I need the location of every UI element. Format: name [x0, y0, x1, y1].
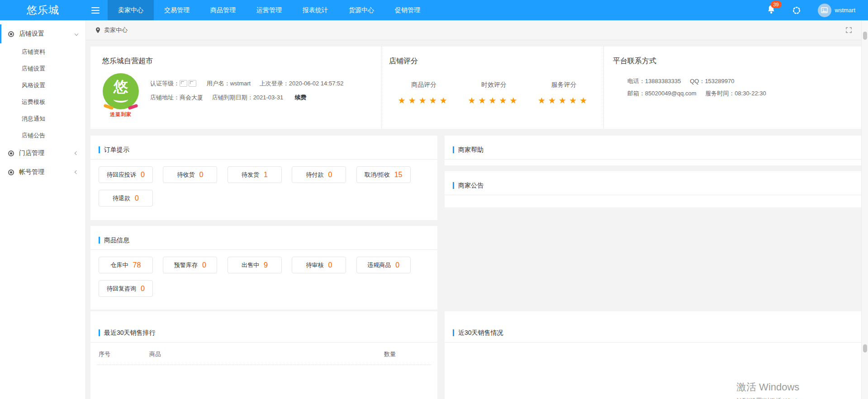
sidebar-group-account-management[interactable]: 帐号管理	[0, 163, 85, 182]
sidebar-item-message-notice[interactable]: 消息通知	[0, 110, 85, 127]
store-logo-character: 悠	[103, 77, 139, 97]
ribbon-icon	[103, 104, 114, 110]
menu-toggle-icon[interactable]	[91, 7, 100, 14]
rating-title: 店铺评分	[389, 56, 599, 66]
stat-pending-inquiries[interactable]: 待回复咨询0	[99, 280, 153, 297]
sidebar-item-shop-profile[interactable]: 店铺资料	[0, 43, 85, 60]
contact-hours: 服务时间：08:30-22:30	[705, 90, 766, 97]
fullscreen-toggle-icon[interactable]	[845, 27, 852, 33]
top-navigation: 卖家中心 交易管理 商品管理 运营管理 报表统计 货源中心 促销管理	[108, 0, 431, 20]
contact-line-1: 电话：13883383335 QQ：153289970	[627, 75, 862, 87]
nav-promotion-management[interactable]: 促销管理	[384, 0, 431, 20]
contact-phone: 电话：13883383335	[627, 78, 681, 84]
sidebar-group-label: 帐号管理	[19, 168, 44, 176]
vertical-scrollbar[interactable]	[861, 20, 868, 399]
divider	[445, 195, 862, 195]
notification-bell-icon[interactable]: 39	[767, 5, 775, 16]
stat-on-sale[interactable]: 出售中9	[228, 257, 282, 273]
contact-title: 平台联系方式	[613, 56, 862, 66]
sidebar-item-freight-template[interactable]: 运费模板	[0, 94, 85, 110]
chevron-left-icon	[75, 170, 78, 174]
stat-awaiting-shipment[interactable]: 待发货1	[228, 166, 282, 183]
breadcrumb-bar: 卖家中心	[86, 20, 861, 40]
last-login: 上次登录：2020-06-02 14:57:52	[260, 80, 344, 87]
contact-line-2: 邮箱：85020049@qq.com 服务时间：08:30-22:30	[627, 87, 862, 99]
notification-badge: 39	[771, 1, 782, 8]
brand-logo[interactable]: 悠乐城	[0, 3, 86, 17]
stat-awaiting-refund[interactable]: 待退款0	[99, 190, 153, 207]
dotted-divider	[97, 365, 431, 365]
nav-trade-management[interactable]: 交易管理	[154, 0, 200, 20]
panel-title: 商品信息	[99, 237, 129, 244]
stat-pending-complaints[interactable]: 待回应投诉0	[99, 166, 153, 183]
chevron-left-icon	[75, 151, 78, 155]
panel-title: 最近30天销售排行	[99, 329, 156, 336]
panel-title: 商家帮助	[453, 146, 484, 153]
nav-operation-management[interactable]: 运营管理	[246, 0, 292, 20]
store-username: 用户名：wstmart	[207, 80, 251, 87]
cert-badge-icon	[180, 80, 187, 87]
contact-email: 邮箱：85020049@qq.com	[627, 90, 697, 97]
platform-contact-section: 平台联系方式 电话：13883383335 QQ：153289970 邮箱：85…	[604, 47, 862, 129]
divider	[445, 159, 862, 160]
star-rating: ★★★★★	[468, 95, 520, 106]
sales-rank-card: 最近30天销售排行 序号 商品 数量	[90, 311, 437, 399]
store-logo-caption: 送菜到家	[102, 111, 139, 118]
divider	[445, 342, 862, 343]
scrollbar-thumb[interactable]	[863, 344, 867, 352]
sidebar-group-store-management[interactable]: 门店管理	[0, 144, 85, 163]
column-header-quantity: 数量	[384, 350, 429, 358]
panel-title: 近30天销售情况	[453, 329, 503, 336]
contact-qq: QQ：153289970	[690, 78, 734, 84]
rating-timeliness: 时效评分 ★★★★★	[468, 81, 520, 106]
cert-level: 认证等级：	[150, 80, 198, 87]
stat-pending-review[interactable]: 待审核0	[292, 257, 346, 273]
breadcrumb: 卖家中心	[95, 26, 128, 34]
sidebar-item-shop-announcement[interactable]: 店铺公告	[0, 127, 85, 144]
cert-badge-icon	[189, 80, 196, 87]
topbar: 悠乐城 卖家中心 交易管理 商品管理 运营管理 报表统计 货源中心 促销管理 3…	[0, 0, 868, 20]
smile-icon	[114, 96, 128, 103]
nav-goods-management[interactable]: 商品管理	[200, 0, 246, 20]
stat-in-warehouse[interactable]: 仓库中78	[99, 257, 153, 273]
star-rating: ★★★★★	[398, 95, 450, 106]
bullseye-icon	[8, 150, 14, 156]
nav-supply-center[interactable]: 货源中心	[338, 0, 384, 20]
renew-link[interactable]: 续费	[295, 94, 307, 101]
stat-low-stock[interactable]: 预警库存0	[163, 257, 217, 273]
store-address: 店铺地址：商会大厦	[150, 94, 203, 101]
user-menu[interactable]: wstmart	[818, 4, 856, 17]
rating-goods: 商品评分 ★★★★★	[398, 81, 450, 106]
sidebar-group-shop-settings[interactable]: 店铺设置	[0, 24, 85, 43]
nav-seller-center[interactable]: 卖家中心	[108, 0, 154, 20]
divider	[90, 249, 437, 250]
sidebar-sublist-shop-settings: 店铺资料 店铺设置 风格设置 运费模板 消息通知 店铺公告	[0, 43, 85, 144]
divider	[90, 159, 437, 160]
stat-awaiting-payment[interactable]: 待付款0	[292, 166, 346, 183]
stat-cancelled-rejected[interactable]: 取消/拒收15	[356, 166, 411, 183]
picture-icon	[821, 7, 828, 13]
merchant-help-card: 商家帮助	[445, 136, 862, 165]
store-rating-section: 店铺评分 商品评分 ★★★★★ 时效评分 ★★★★★ 服务评分 ★★★★★	[381, 47, 604, 129]
avatar	[818, 4, 831, 17]
stat-violation-goods[interactable]: 违规商品0	[356, 257, 411, 273]
sidebar-item-shop-settings[interactable]: 店铺设置	[0, 60, 85, 77]
bullseye-icon	[8, 31, 14, 37]
store-expire-date: 店铺到期日期：2021-03-31	[212, 94, 284, 101]
store-logo-circle: 悠	[103, 73, 139, 109]
scrollbar-thumb[interactable]	[863, 32, 867, 40]
goods-info-card: 商品信息 仓库中78 预警库存0 出售中9 待审核0 违规商品0 待回复咨询0	[90, 226, 437, 310]
location-pin-icon	[95, 27, 101, 34]
rank-table-header: 序号 商品 数量	[90, 350, 437, 358]
sidebar-group-label: 门店管理	[19, 149, 44, 157]
column-header-goods: 商品	[149, 350, 384, 358]
ribbon-icon	[128, 104, 138, 110]
sidebar-item-style-settings[interactable]: 风格设置	[0, 77, 85, 94]
stat-awaiting-receipt[interactable]: 待收货0	[163, 166, 217, 183]
store-name: 悠乐城自营超市	[102, 56, 381, 66]
nav-report-statistics[interactable]: 报表统计	[292, 0, 338, 20]
sales-30days-card: 近30天销售情况	[445, 311, 862, 399]
refresh-spinner-icon[interactable]	[792, 6, 801, 14]
bullseye-icon	[8, 169, 14, 175]
sidebar-group-label: 店铺设置	[19, 30, 44, 38]
